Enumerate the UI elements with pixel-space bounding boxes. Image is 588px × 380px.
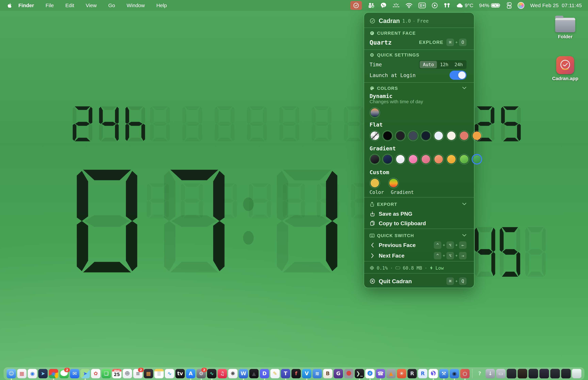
- dock-item-viber[interactable]: ☎: [376, 369, 385, 378]
- chevron-down-icon[interactable]: [462, 203, 467, 206]
- swatch-navy[interactable]: [382, 154, 393, 165]
- dock-item-music[interactable]: ♫: [218, 369, 227, 378]
- desktop-icon-folder[interactable]: Folder: [550, 18, 581, 39]
- time-option-auto[interactable]: Auto: [420, 61, 437, 68]
- dock-item-reminders[interactable]: ≡2: [133, 369, 143, 378]
- swatch-peach[interactable]: [433, 154, 444, 165]
- dock-item-dbeaver[interactable]: B: [323, 369, 332, 378]
- copy-to-clipboard-item[interactable]: Copy to Clipboard: [370, 219, 467, 228]
- dock-item-cadran-dock[interactable]: ○: [460, 369, 470, 378]
- shortcuts-window-icon[interactable]: ⌘: [418, 1, 426, 10]
- dock-item-trash[interactable]: [572, 369, 581, 378]
- dock-item-maps[interactable]: ➤: [80, 369, 90, 378]
- swatch-green[interactable]: [472, 154, 482, 165]
- dock-item-apple-tv[interactable]: tv: [175, 369, 185, 378]
- dock-item-warp[interactable]: ❯: [429, 369, 438, 378]
- dock-item-notes[interactable]: ≣: [154, 369, 164, 378]
- swatch-custom-color[interactable]: [370, 178, 380, 188]
- menu-item-help[interactable]: Help: [151, 2, 173, 8]
- dock-item-minimized-window-2[interactable]: [518, 369, 527, 379]
- dock-item-github[interactable]: G: [334, 369, 343, 378]
- burst-icon[interactable]: [393, 1, 400, 10]
- chevron-down-icon[interactable]: [462, 87, 467, 90]
- dock-item-triangle-app[interactable]: ▲: [249, 369, 259, 378]
- quit-cadran-item[interactable]: Quit Cadran ⌘+Q: [370, 277, 467, 285]
- time-option-12h[interactable]: 12h: [437, 61, 451, 68]
- dock-item-vlc[interactable]: ▲: [386, 369, 396, 378]
- swatch-white[interactable]: [395, 154, 406, 165]
- dock-item-r-blue-app[interactable]: R: [418, 369, 427, 378]
- dock-item-figma[interactable]: f: [291, 369, 301, 378]
- chevron-down-icon[interactable]: [462, 234, 467, 237]
- dock-item-audio-app[interactable]: ◉: [450, 369, 459, 378]
- dock-item-minimized-window-4[interactable]: [539, 369, 549, 379]
- swatch-black[interactable]: [382, 131, 393, 141]
- swatch-slate[interactable]: [408, 131, 418, 141]
- dock-item-downloads-folder[interactable]: ↓: [486, 369, 495, 378]
- desktop-icon-cadran-app[interactable]: Cadran.app: [550, 56, 581, 81]
- swatch-orange[interactable]: [472, 131, 482, 141]
- swatch-salmon[interactable]: [459, 131, 469, 141]
- dock-item-activity-monitor[interactable]: ∿: [207, 369, 216, 378]
- viber-menubar-icon[interactable]: [380, 1, 387, 10]
- swatch-custom-gradient[interactable]: [388, 178, 399, 188]
- dock-item-wave-app[interactable]: W: [239, 369, 248, 378]
- dock-item-facetime[interactable]: ❏: [102, 369, 111, 378]
- menubar-clock[interactable]: Wed Feb 25 07:11:45: [530, 2, 582, 8]
- swatch-ice-white[interactable]: [433, 131, 444, 141]
- dock-item-missing-app[interactable]: ?: [475, 369, 484, 378]
- swatch-charcoal[interactable]: [395, 131, 406, 141]
- explore-shortcut[interactable]: EXPLORE ⌘+O: [419, 38, 467, 46]
- colors-section-header[interactable]: COLORS: [370, 85, 467, 92]
- teams-status-icon[interactable]: T: [368, 1, 375, 10]
- dock-item-finder[interactable]: ☺: [7, 369, 16, 378]
- swatch-amber[interactable]: [446, 154, 457, 165]
- dock-item-freeform[interactable]: ∿: [165, 369, 174, 378]
- play-circle-icon[interactable]: [432, 1, 438, 10]
- swatch-charcoal[interactable]: [370, 154, 380, 165]
- menu-item-edit[interactable]: Edit: [59, 2, 80, 8]
- dock-item-telegram[interactable]: ➤: [38, 369, 48, 378]
- dock-item-calendar[interactable]: Wed25: [112, 369, 121, 378]
- swatch-none[interactable]: [370, 131, 380, 141]
- menu-app-name[interactable]: Finder: [18, 2, 40, 8]
- dock-item-xcode[interactable]: ⚒: [439, 369, 449, 378]
- menu-item-view[interactable]: View: [80, 2, 102, 8]
- dock-item-minimized-window-5[interactable]: [550, 369, 560, 379]
- wifi-icon[interactable]: [405, 1, 413, 10]
- export-section-header[interactable]: EXPORT: [370, 201, 467, 208]
- dock-item-launchpad[interactable]: ▦: [17, 369, 27, 378]
- weather-item[interactable]: 9°C: [456, 1, 473, 10]
- swatch-cream[interactable]: [446, 131, 457, 141]
- explore-label[interactable]: EXPLORE: [419, 40, 443, 45]
- save-as-png-item[interactable]: Save as PNG: [370, 210, 467, 218]
- swatch-lime-green[interactable]: [459, 154, 469, 165]
- menu-item-file[interactable]: File: [40, 2, 59, 8]
- dock-item-system-settings[interactable]: ⚙2: [196, 369, 206, 378]
- dock-item-chrome[interactable]: ◉: [49, 369, 58, 378]
- time-option-24h[interactable]: 24h: [451, 61, 466, 68]
- swatch-rose[interactable]: [421, 154, 431, 165]
- dock-item-docker[interactable]: ≋: [313, 369, 322, 378]
- cadran-menubar-icon[interactable]: [350, 1, 362, 10]
- dock-item-messages[interactable]: 2: [59, 369, 69, 378]
- dock-item-calculator[interactable]: ▦: [144, 369, 153, 378]
- dock-item-starburst-app[interactable]: ✳: [397, 369, 406, 378]
- dock-item-minimized-window-3[interactable]: [529, 369, 538, 379]
- dock-item-photos[interactable]: ✿: [91, 369, 100, 378]
- menu-item-go[interactable]: Go: [102, 2, 121, 8]
- previous-face-item[interactable]: Previous Face ^+⌥+←: [370, 241, 467, 249]
- apple-menu[interactable]: [6, 3, 13, 8]
- stack-switch-icon[interactable]: [507, 1, 512, 10]
- dock-item-chatgpt[interactable]: ❋: [228, 369, 238, 378]
- swatch-dynamic-sunset[interactable]: [370, 107, 380, 118]
- battery-item[interactable]: 94%: [479, 1, 501, 10]
- dock-item-riot-games[interactable]: [344, 369, 354, 378]
- dock-item-minimized-window-1[interactable]: [507, 369, 516, 379]
- dock-item-mail[interactable]: ✉: [70, 369, 79, 378]
- time-format-segmented-control[interactable]: Auto12h24h: [419, 60, 467, 69]
- swatch-pink[interactable]: [408, 154, 418, 165]
- airpods-icon[interactable]: [444, 1, 450, 10]
- dock-item-safari[interactable]: ◉: [28, 369, 37, 378]
- dock-item-pencil-app[interactable]: ✎: [270, 369, 280, 378]
